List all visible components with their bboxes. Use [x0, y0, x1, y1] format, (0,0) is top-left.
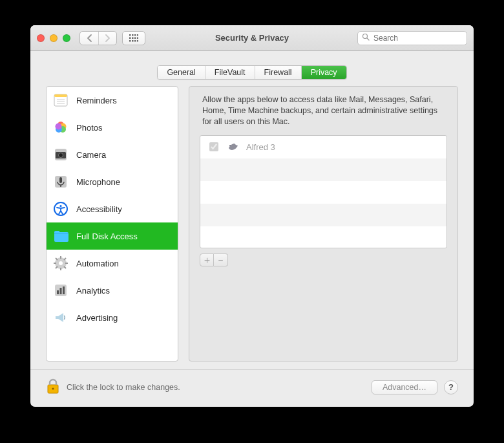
privacy-detail-pane: Allow the apps below to access data like… [189, 86, 458, 362]
app-name: Alfred 3 [246, 142, 275, 152]
tab-general[interactable]: General [158, 66, 204, 79]
sidebar-item-analytics[interactable]: Analytics [47, 277, 178, 304]
svg-line-13 [367, 38, 369, 40]
svg-rect-47 [63, 286, 65, 294]
sidebar-item-camera[interactable]: Camera [47, 141, 178, 168]
add-button[interactable]: ＋ [200, 254, 214, 266]
back-button[interactable] [80, 32, 98, 45]
app-row-empty [200, 204, 446, 226]
svg-rect-10 [134, 40, 136, 42]
panel-description: Allow the apps below to access data like… [202, 94, 445, 127]
search-icon [362, 33, 370, 43]
sidebar-item-label: Full Disk Access [76, 232, 138, 241]
app-icon [227, 140, 240, 155]
app-checkbox[interactable] [209, 142, 218, 151]
zoom-button[interactable] [63, 34, 70, 42]
titlebar: Security & Privacy [30, 25, 474, 51]
grid-icon [123, 32, 145, 45]
sidebar-item-label: Photos [76, 123, 102, 133]
sidebar-item-label: Reminders [76, 96, 117, 105]
svg-rect-7 [137, 37, 138, 39]
folder-icon [53, 229, 70, 243]
forward-button[interactable] [98, 32, 116, 45]
app-row-empty [200, 181, 446, 204]
sidebar-item-accessibility[interactable]: Accessibility [47, 195, 178, 222]
microphone-icon [53, 174, 70, 189]
nav-back-forward [79, 31, 117, 45]
sidebar-item-label: Microphone [76, 177, 120, 187]
svg-line-41 [64, 266, 66, 268]
camera-icon [53, 147, 70, 162]
search-input[interactable] [372, 33, 472, 43]
svg-point-48 [229, 145, 231, 146]
svg-rect-11 [137, 40, 138, 42]
svg-point-27 [59, 153, 63, 158]
tab-bar: General FileVault Firewall Privacy [30, 51, 474, 86]
svg-point-50 [52, 387, 54, 389]
sidebar-item-automation[interactable]: Automation [47, 250, 178, 277]
show-all-button[interactable] [122, 31, 145, 45]
svg-line-40 [56, 258, 58, 260]
sidebar-item-label: Camera [76, 150, 106, 160]
svg-point-12 [363, 34, 368, 39]
lock-icon[interactable] [46, 378, 60, 396]
search-field[interactable] [357, 31, 467, 45]
svg-rect-2 [134, 34, 136, 36]
svg-line-42 [56, 266, 58, 268]
svg-rect-15 [54, 94, 67, 97]
svg-rect-29 [59, 177, 62, 183]
svg-rect-6 [134, 37, 136, 39]
svg-rect-3 [137, 34, 138, 36]
reminders-icon [53, 92, 70, 108]
svg-rect-46 [60, 288, 62, 294]
sidebar-item-microphone[interactable]: Microphone [47, 168, 178, 195]
svg-point-23 [56, 124, 62, 130]
sidebar-item-full-disk-access[interactable]: Full Disk Access [47, 222, 178, 250]
advanced-button[interactable]: Advanced… [372, 380, 437, 394]
minimize-button[interactable] [50, 34, 58, 42]
remove-button[interactable]: － [214, 254, 228, 266]
accessibility-icon [53, 201, 70, 217]
app-row[interactable]: Alfred 3 [200, 136, 446, 158]
tab-firewall[interactable]: Firewall [255, 66, 301, 79]
barchart-icon [53, 283, 70, 298]
preferences-window: Security & Privacy General FileVault Fir… [30, 25, 474, 407]
svg-line-43 [64, 258, 66, 260]
svg-point-35 [59, 261, 63, 265]
sidebar-item-advertising[interactable]: Advertising [47, 304, 178, 331]
app-row-empty [200, 226, 446, 248]
app-list: Alfred 3 [200, 135, 447, 248]
sidebar-item-label: Advertising [76, 313, 118, 323]
svg-rect-5 [132, 37, 134, 39]
sidebar-item-label: Accessibility [76, 204, 122, 214]
gear-icon [53, 255, 70, 271]
close-button[interactable] [37, 34, 45, 42]
content-area: Reminders Photos Camera [30, 86, 474, 369]
svg-rect-8 [129, 40, 131, 42]
sidebar-item-label: Analytics [76, 286, 110, 296]
app-row-empty [200, 158, 446, 181]
svg-rect-4 [129, 37, 131, 39]
sidebar-item-reminders[interactable]: Reminders [47, 87, 178, 114]
sidebar-item-label: Automation [76, 259, 119, 268]
svg-point-33 [59, 205, 61, 207]
help-button[interactable]: ? [444, 380, 458, 394]
photos-icon [53, 120, 70, 135]
svg-rect-9 [132, 40, 134, 42]
window-controls [37, 34, 70, 42]
lock-text: Click the lock to make changes. [67, 383, 180, 392]
privacy-sidebar: Reminders Photos Camera [46, 86, 178, 362]
footer: Click the lock to make changes. Advanced… [30, 369, 474, 407]
megaphone-icon [53, 310, 70, 325]
tab-privacy[interactable]: Privacy [301, 66, 346, 79]
list-buttons: ＋ － [200, 254, 447, 266]
svg-rect-45 [57, 290, 59, 294]
svg-rect-0 [129, 34, 131, 36]
tab-filevault[interactable]: FileVault [205, 66, 255, 79]
sidebar-item-photos[interactable]: Photos [47, 114, 178, 141]
svg-rect-1 [132, 34, 134, 36]
